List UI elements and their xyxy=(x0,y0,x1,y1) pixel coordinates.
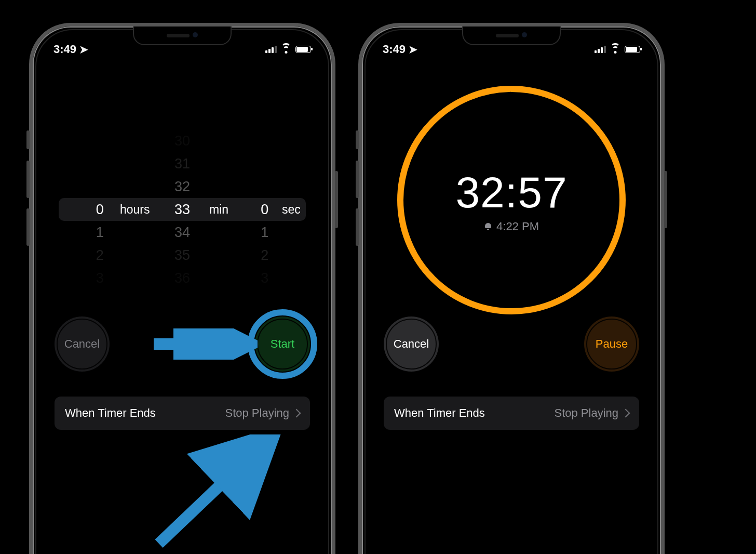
seconds-unit-label: sec xyxy=(282,198,301,221)
canvas: { "status": { "time": "3:49" }, "left": … xyxy=(0,0,756,554)
battery-icon xyxy=(625,46,640,53)
pause-button[interactable]: Pause xyxy=(584,316,639,372)
time-remaining: 32:57 xyxy=(455,167,567,218)
volume-down-button xyxy=(356,208,359,246)
chevron-right-icon xyxy=(622,409,630,418)
chevron-right-icon xyxy=(292,409,301,418)
wifi-icon xyxy=(280,45,292,54)
notch xyxy=(133,27,232,45)
phone-timer-running: 3:49 ➤ 32:57 4:22 PM Cancel Pause When T… xyxy=(358,23,665,554)
when-timer-ends-row[interactable]: When Timer Ends Stop Playing xyxy=(384,397,639,430)
location-icon: ➤ xyxy=(409,43,417,56)
status-time: 3:49 xyxy=(53,43,76,56)
wifi-icon xyxy=(610,45,621,54)
cellular-icon xyxy=(595,46,606,53)
duration-picker[interactable]: 0 1 2 3 30 31 32 33 34 35 36 0 1 2 3 xyxy=(59,120,306,297)
volume-up-button xyxy=(26,161,30,198)
status-time: 3:49 xyxy=(383,43,406,56)
when-timer-ends-row[interactable]: When Timer Ends Stop Playing xyxy=(55,397,310,430)
power-button xyxy=(335,171,338,228)
mute-switch xyxy=(26,130,30,149)
hours-unit-label: hours xyxy=(120,198,150,221)
location-icon: ➤ xyxy=(79,43,88,56)
end-time: 4:22 PM xyxy=(496,220,539,233)
start-button[interactable]: Start xyxy=(255,316,310,372)
battery-icon xyxy=(295,46,311,53)
volume-down-button xyxy=(26,208,30,246)
when-timer-ends-value: Stop Playing xyxy=(225,406,289,420)
mute-switch xyxy=(356,130,359,149)
power-button xyxy=(664,171,667,228)
cancel-button[interactable]: Cancel xyxy=(384,316,439,372)
cellular-icon xyxy=(265,46,277,53)
volume-up-button xyxy=(356,161,359,198)
phone-timer-setup: 3:49 ➤ 0 1 2 3 30 31 32 33 34 3 xyxy=(29,23,335,554)
when-timer-ends-label: When Timer Ends xyxy=(394,406,485,420)
timer-ring: 32:57 4:22 PM xyxy=(394,83,629,318)
minutes-unit-label: min xyxy=(209,198,228,221)
notch xyxy=(462,27,561,45)
when-timer-ends-label: When Timer Ends xyxy=(65,406,156,420)
bell-icon xyxy=(484,222,492,231)
when-timer-ends-value: Stop Playing xyxy=(554,406,618,420)
cancel-button[interactable]: Cancel xyxy=(55,316,110,372)
